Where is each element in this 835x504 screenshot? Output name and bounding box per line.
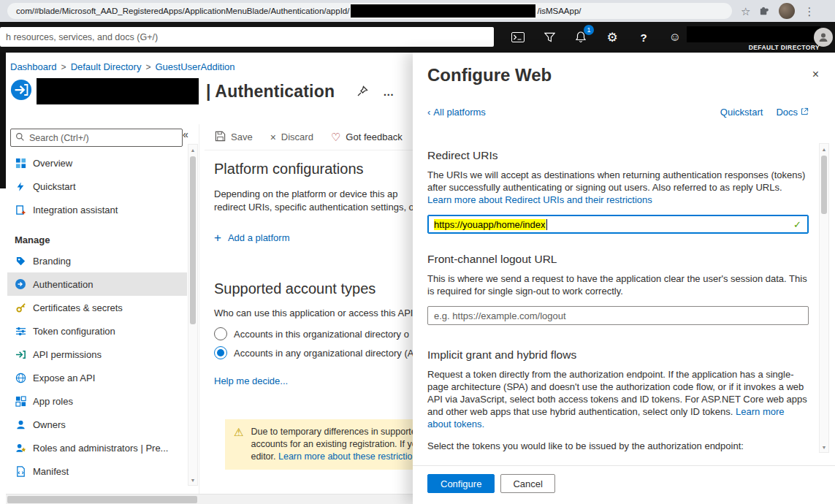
sidebar-search-input[interactable]: Search (Ctrl+/) xyxy=(10,129,183,147)
warning-restrictions-link[interactable]: Learn more about these restrictions. xyxy=(278,451,413,462)
sidebar-item-overview[interactable]: Overview xyxy=(7,151,187,175)
extensions-puzzle-icon[interactable] xyxy=(759,5,770,18)
api-permissions-icon xyxy=(15,348,26,360)
breadcrumb-separator: > xyxy=(61,62,66,72)
app-roles-icon xyxy=(15,395,26,407)
redirect-uris-learn-more-link[interactable]: Learn more about Redirect URIs and their… xyxy=(427,194,652,205)
panel-scroll-thumb[interactable] xyxy=(821,156,827,214)
redacted-account-info xyxy=(687,26,820,42)
external-link-icon xyxy=(801,107,809,118)
radio-single-tenant[interactable]: Accounts in this organizational director… xyxy=(214,327,413,340)
url-text-suffix: /isMSAApp/ xyxy=(537,7,581,15)
radio-multi-tenant[interactable]: Accounts in any organizational directory… xyxy=(214,346,413,359)
implicit-grant-heading: Implicit grant and hybrid flows xyxy=(427,347,809,362)
sidebar-item-certificates-secrets[interactable]: Certificates & secrets xyxy=(7,296,187,319)
front-channel-logout-description: This is where we send a request to have … xyxy=(427,272,809,297)
add-platform-button[interactable]: + Add a platform xyxy=(214,232,413,244)
sidebar-item-authentication[interactable]: Authentication xyxy=(7,272,187,296)
platform-configurations-heading: Platform configurations xyxy=(214,161,413,177)
page-title-row: | Authentication … xyxy=(10,76,394,107)
sidebar-item-label: Quickstart xyxy=(33,181,76,192)
directory-label: DEFAULT DIRECTORY xyxy=(749,44,820,51)
cloud-shell-icon[interactable] xyxy=(511,30,525,45)
radio-unselected-icon xyxy=(214,327,227,340)
notifications-bell-icon[interactable]: 1 xyxy=(573,30,588,45)
breadcrumb-default-directory[interactable]: Default Directory xyxy=(71,61,142,72)
azure-header: h resources, services, and docs (G+/) 1 … xyxy=(0,22,835,53)
collapse-sidebar-button[interactable]: « xyxy=(183,129,188,140)
scroll-up-icon[interactable]: ▲ xyxy=(188,145,197,155)
add-platform-label: Add a platform xyxy=(228,232,290,243)
redirect-uris-heading: Redirect URIs xyxy=(427,148,809,163)
save-button[interactable]: Save xyxy=(215,131,253,144)
account-avatar[interactable] xyxy=(814,28,833,47)
panel-footer: Configure Cancel xyxy=(427,474,555,493)
sidebar-item-quickstart[interactable]: Quickstart xyxy=(7,175,187,198)
horizontal-scroll-thumb[interactable] xyxy=(7,496,197,503)
settings-gear-icon[interactable]: ⚙ xyxy=(605,30,619,45)
scroll-down-icon[interactable]: ▼ xyxy=(820,442,828,452)
directory-filter-icon[interactable] xyxy=(542,30,557,45)
sidebar-item-integration-assistant[interactable]: Integration assistant xyxy=(7,198,187,221)
all-platforms-label: All platforms xyxy=(433,107,486,118)
sidebar-item-label: Authentication xyxy=(33,279,93,290)
horizontal-scrollbar xyxy=(6,494,413,504)
sidebar-item-label: Certificates & secrets xyxy=(33,302,123,313)
sidebar-item-label: Integration assistant xyxy=(33,205,118,215)
feedback-button[interactable]: ♡ Got feedback xyxy=(331,131,403,142)
discard-button[interactable]: × Discard xyxy=(270,131,313,142)
docs-label: Docs xyxy=(776,107,798,118)
azure-header-icons: 1 ⚙ ? ☺ xyxy=(511,22,682,53)
breadcrumb-guestuseraddition[interactable]: GuestUserAddition xyxy=(155,61,235,72)
logout-url-input[interactable] xyxy=(427,306,809,325)
sidebar-item-owners[interactable]: Owners xyxy=(7,413,187,436)
redirect-uri-input[interactable]: https://youapp/home/index ✓ xyxy=(427,215,809,234)
sidebar-item-manifest[interactable]: Manifest xyxy=(7,459,187,483)
browser-profile-avatar[interactable] xyxy=(779,3,795,19)
help-icon[interactable]: ? xyxy=(636,30,651,45)
redacted-app-id xyxy=(351,4,535,18)
close-icon[interactable]: × xyxy=(812,69,819,80)
scroll-down-icon[interactable]: ▼ xyxy=(188,475,197,485)
plus-icon: + xyxy=(214,232,221,244)
valid-check-icon: ✓ xyxy=(793,219,801,230)
sidebar-item-token-configuration[interactable]: Token configuration xyxy=(7,319,187,343)
sidebar-item-app-roles[interactable]: App roles xyxy=(7,389,187,413)
breadcrumb-dashboard[interactable]: Dashboard xyxy=(10,61,57,72)
redirect-uris-description: The URIs we will accept as destinations … xyxy=(427,169,809,206)
branding-tag-icon xyxy=(15,255,26,267)
sidebar-item-label: Manifest xyxy=(33,466,69,477)
feedback-smiley-icon[interactable]: ☺ xyxy=(668,30,682,45)
redacted-app-name xyxy=(37,78,199,104)
save-icon xyxy=(215,131,226,144)
sidebar-scroll-thumb[interactable] xyxy=(190,156,196,324)
command-bar: Save × Discard ♡ Got feedback xyxy=(205,124,413,150)
scroll-up-icon[interactable]: ▲ xyxy=(820,144,828,154)
help-me-decide-link[interactable]: Help me decide... xyxy=(214,375,288,386)
cancel-button[interactable]: Cancel xyxy=(500,474,554,493)
heart-icon: ♡ xyxy=(331,131,340,142)
save-label: Save xyxy=(231,131,253,142)
sidebar-item-label: API permissions xyxy=(33,349,102,360)
sidebar-item-api-permissions[interactable]: API permissions xyxy=(7,343,187,366)
integration-wand-icon xyxy=(15,204,26,215)
url-bar[interactable]: com/#blade/Microsoft_AAD_RegisteredApps/… xyxy=(7,3,732,19)
sidebar-item-expose-api[interactable]: Expose an API xyxy=(7,366,187,389)
redirect-uri-value: https://youapp/home/index xyxy=(434,219,546,230)
configure-button[interactable]: Configure xyxy=(427,474,495,493)
more-icon[interactable]: … xyxy=(383,85,394,98)
sidebar-scrollbar: ▲ ▼ xyxy=(188,144,198,486)
sidebar-item-branding[interactable]: Branding xyxy=(7,249,187,272)
pin-icon[interactable] xyxy=(357,85,368,97)
quickstart-link[interactable]: Quickstart xyxy=(720,107,763,118)
docs-link[interactable]: Docs xyxy=(776,107,809,118)
all-platforms-back-link[interactable]: ‹ All platforms xyxy=(427,107,486,118)
sidebar-item-roles-administrators[interactable]: Roles and administrators | Pre... xyxy=(7,436,187,459)
bookmark-star-icon[interactable]: ☆ xyxy=(741,6,750,17)
warning-box: ⚠ Due to temporary differences in suppor… xyxy=(225,419,413,470)
azure-search-input[interactable]: h resources, services, and docs (G+/) xyxy=(0,27,494,47)
browser-menu-icon[interactable]: ⋮ xyxy=(804,6,815,17)
radio-multi-tenant-label: Accounts in any organizational directory… xyxy=(234,348,413,359)
panel-body: Redirect URIs The URIs we will accept as… xyxy=(413,148,835,451)
text-caret xyxy=(546,219,547,230)
